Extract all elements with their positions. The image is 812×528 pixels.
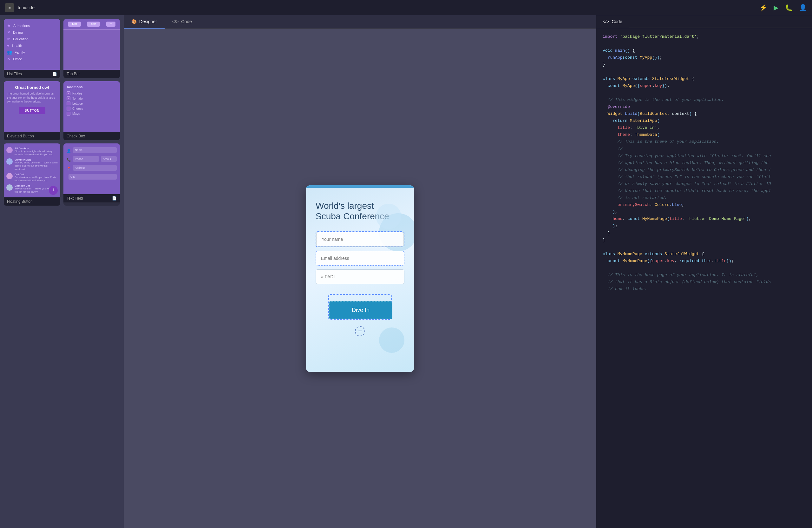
logo-icon: ■ <box>8 5 11 10</box>
tf-name: Name <box>73 147 117 153</box>
email-input[interactable] <box>316 251 404 266</box>
dive-in-button[interactable]: Dive In <box>329 301 392 319</box>
owl-title: Great horned owl <box>15 85 49 90</box>
list-tile-dining: Dining <box>13 30 23 34</box>
text-field-label: Text Field 📄 <box>63 194 120 202</box>
code-tab-bar: </> Code <box>596 15 812 28</box>
code-line-comment5: // application has a blue toolbar. Then,… <box>603 160 806 167</box>
tf-city: City <box>69 174 117 180</box>
code-icon-center: </> <box>172 19 178 24</box>
code-line-main: void main() { <box>603 47 806 54</box>
cb-mayo[interactable] <box>67 112 70 115</box>
owl-desc: The great horned owl, also known as the … <box>7 92 57 104</box>
code-line-comment2: // This is the theme of your application… <box>603 138 806 145</box>
code-line-import: import 'package:flutter/material.dart'; <box>603 33 806 40</box>
cb-pickles[interactable]: ✓ <box>67 91 70 95</box>
code-line-widget-build: Widget build(BuildContext context) { <box>603 111 806 117</box>
code-bracket-icon: </> <box>603 19 609 24</box>
widget-check-box[interactable]: Additions ✓Pickles ✓Tomato Lettuce Chees… <box>63 81 120 140</box>
app-title: tonic-ide <box>18 5 756 10</box>
code-line-override: @override <box>603 103 806 111</box>
main-layout: ★Attractions ✕Dining ✏Education ♥Health … <box>0 15 812 528</box>
cb-tomato[interactable]: ✓ <box>67 97 70 100</box>
padi-input[interactable] <box>316 269 404 284</box>
code-line-build-close: } <box>603 230 806 237</box>
code-line-comment6: // changing the primarySwatch below to C… <box>603 167 806 174</box>
panel-tabs: 🎨 Designer </> Code <box>124 15 596 29</box>
tab-bar-label: Tab Bar <box>63 70 120 78</box>
right-panel: </> Code import 'package:flutter/materia… <box>596 15 812 528</box>
code-line-comment-hp2: // that it has a State object (defined b… <box>603 279 806 286</box>
widget-tab-bar[interactable]: TAB TAB T Tab Bar <box>63 19 120 78</box>
widget-gallery: ★Attractions ✕Dining ✏Education ♥Health … <box>0 15 124 528</box>
tab-preview-3: T <box>106 22 116 27</box>
code-line-theme-close: ), <box>603 209 806 215</box>
topbar: ■ tonic-ide ⚡ ▶ 🐛 👤 <box>0 0 812 15</box>
logo-box: ■ <box>5 3 14 12</box>
code-line-comment8: // or simply save your changes to "hot r… <box>603 181 806 187</box>
tab-preview-1: TAB <box>68 22 81 27</box>
designer-icon: 🎨 <box>131 19 137 24</box>
list-tile-health: Health <box>12 44 22 47</box>
list-tile-education: Education <box>13 37 29 41</box>
code-line-const-myapp: const MyApp({super.key}); <box>603 83 806 89</box>
add-widget-button[interactable]: + <box>355 326 365 336</box>
code-line-comment7: // "hot reload" (press "r" in the consol… <box>603 174 806 181</box>
code-tab[interactable]: </> Code <box>596 15 629 28</box>
list-tile-attractions: Attractions <box>13 24 30 28</box>
avatar-icon[interactable]: 👤 <box>799 4 807 11</box>
code-line-class-homepage: class MyHomePage extends StatefulWidget … <box>603 251 806 258</box>
code-line-comment1: // This widget is the root of your appli… <box>603 97 806 103</box>
code-line-comment9: // Notice that the counter didn't reset … <box>603 187 806 195</box>
code-line-return: return MaterialApp( <box>603 117 806 124</box>
name-input-container <box>316 231 404 247</box>
code-line-mat-close: ); <box>603 223 806 230</box>
tf-address: Address <box>73 165 117 171</box>
tf-phone: Phone <box>73 156 99 162</box>
code-line-comment4: // Try running your application with "fl… <box>603 153 806 160</box>
widget-floating-button[interactable]: All CombosI'll be in your neighborhood d… <box>4 143 60 205</box>
play-icon[interactable]: ▶ <box>774 4 778 11</box>
floating-button-label: Floating Button <box>4 197 60 205</box>
cb-cheese[interactable] <box>67 106 70 111</box>
widget-elevated-button[interactable]: Great horned owl The great horned owl, a… <box>4 81 60 140</box>
bug-icon[interactable]: 🐛 <box>785 4 793 11</box>
tab-designer[interactable]: 🎨 Designer <box>124 15 165 29</box>
top-actions: ⚡ ▶ 🐛 👤 <box>759 4 807 11</box>
elevated-button-label: Elevated Button <box>4 132 60 140</box>
mobile-content: World's largestScuba Conference Dive In … <box>306 188 414 372</box>
code-line-comment-hp1: // This is the home page of your applica… <box>603 272 806 279</box>
code-line-home: home: const MyHomePage(title: 'Flutter D… <box>603 215 806 223</box>
elevated-btn[interactable]: BUTTON <box>19 107 45 114</box>
mobile-header-bar <box>306 185 414 188</box>
code-line-class-myapp: class MyApp extends StatelessWidget { <box>603 75 806 83</box>
cb-lettuce[interactable] <box>67 102 70 105</box>
check-box-label: Check Box <box>63 132 120 140</box>
dive-in-container: Dive In <box>328 294 392 320</box>
widget-list-tiles[interactable]: ★Attractions ✕Dining ✏Education ♥Health … <box>4 19 60 78</box>
tab-code-center[interactable]: </> Code <box>165 15 200 29</box>
name-input[interactable] <box>316 232 404 246</box>
code-line-title: title: 'Dive In', <box>603 124 806 131</box>
list-tile-office: Office <box>13 57 22 61</box>
bolt-icon[interactable]: ⚡ <box>759 4 767 11</box>
designer-area: World's largestScuba Conference Dive In … <box>124 29 596 528</box>
fab-button[interactable]: + <box>49 186 58 195</box>
code-line-comment3: // <box>603 146 806 153</box>
code-line-theme: theme: ThemeData( <box>603 131 806 138</box>
list-tiles-label: List Tiles 📄 <box>4 70 60 78</box>
code-line-comment-hp3: // how it looks. <box>603 286 806 292</box>
code-line-runapp: runApp(const MyApp()); <box>603 54 806 61</box>
code-line-primary-swatch: primarySwatch: Colors.blue, <box>603 201 806 209</box>
mobile-mockup: World's largestScuba Conference Dive In … <box>306 185 414 372</box>
tf-area: Area ▾ <box>101 156 117 162</box>
code-line-class-close: } <box>603 237 806 244</box>
code-line-const-homepage: const MyHomePage({super.key, required th… <box>603 258 806 265</box>
tab-preview-2: TAB <box>87 22 100 27</box>
widget-text-field[interactable]: 👤 Name 📞 Phone Area ▾ 📍 Address City <box>63 143 120 205</box>
code-view: import 'package:flutter/material.dart'; … <box>596 28 812 528</box>
code-line-comment10: // is not restarted. <box>603 195 806 201</box>
code-line-main-close: } <box>603 61 806 68</box>
list-tile-family: Family <box>15 51 25 54</box>
additions-label: Additions <box>67 85 117 89</box>
